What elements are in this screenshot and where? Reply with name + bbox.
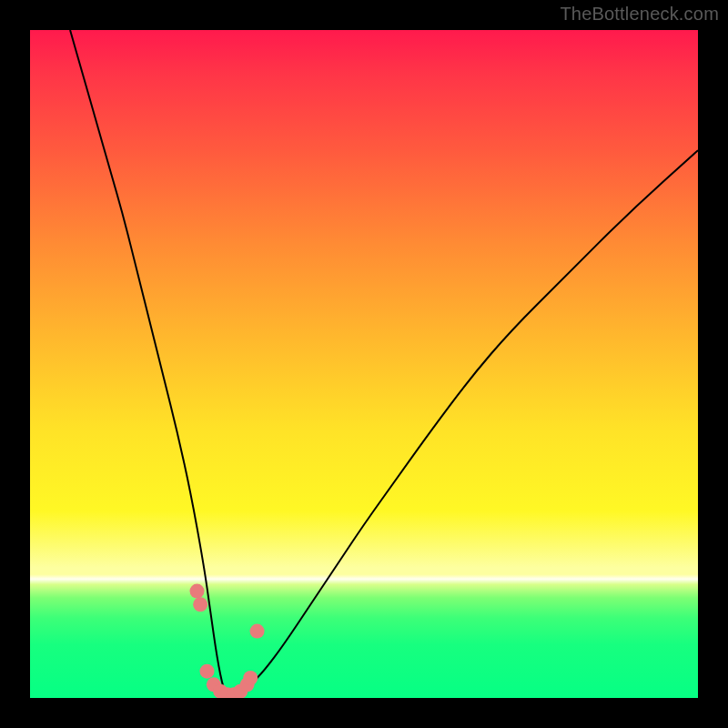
chart-frame: TheBottleneck.com	[0, 0, 728, 728]
highlight-dot	[243, 671, 258, 685]
bottleneck-curve	[70, 30, 698, 698]
watermark-text: TheBottleneck.com	[560, 4, 719, 25]
highlight-dot	[193, 597, 207, 612]
highlight-dot	[250, 624, 265, 639]
highlight-dot	[190, 584, 205, 599]
curve-layer	[30, 30, 698, 698]
plot-area	[30, 30, 698, 698]
highlight-dot	[200, 664, 215, 679]
